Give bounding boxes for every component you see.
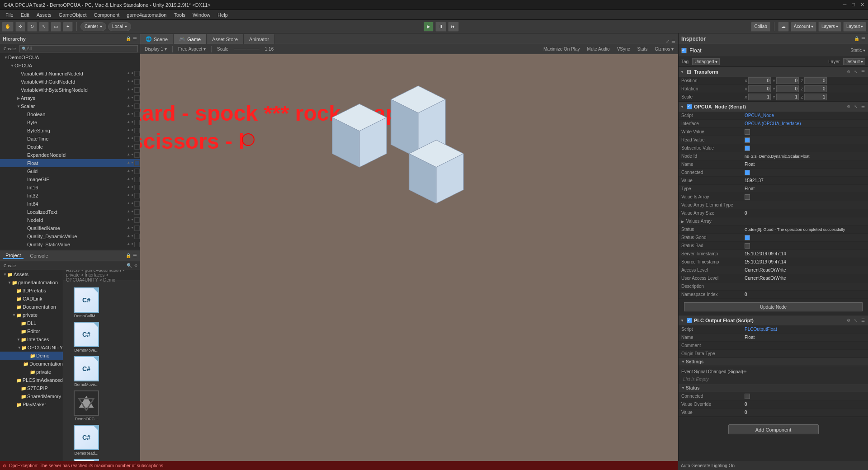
project-tree-item[interactable]: 📁PLCSimAdvanced [0, 376, 63, 384]
stats[interactable]: Stats [636, 47, 650, 52]
scale-btn[interactable]: Scale [215, 47, 230, 52]
plc-active[interactable] [687, 318, 692, 323]
project-create-btn[interactable]: Create [2, 263, 18, 268]
tree-item[interactable]: ByteString▲● [0, 127, 140, 135]
tree-item[interactable]: Quality_StaticValue▲● [0, 240, 140, 249]
tree-item[interactable]: LocalizedText▲● [0, 208, 140, 216]
plc-menu-icon[interactable]: ☰ [860, 318, 866, 323]
asset-item[interactable]: DemoOPC... [71, 390, 102, 421]
tree-item[interactable]: ExpandedNodeId▲● [0, 151, 140, 159]
project-tree-item[interactable]: 📁Editor [0, 327, 63, 335]
project-tree-item[interactable]: ▼📁OPCUA4UNITY [0, 343, 63, 352]
menu-tools[interactable]: Tools [170, 11, 189, 19]
tree-item[interactable]: VariableWithGuidNodeId▲● [0, 78, 140, 86]
project-lock[interactable]: 🔒 [126, 253, 131, 258]
tree-item[interactable]: Int16▲● [0, 183, 140, 192]
tree-item[interactable]: Int32▲● [0, 192, 140, 200]
tree-item[interactable]: ▶Arrays▲● [0, 94, 140, 102]
transform-header[interactable]: ▼ ⊞ Transform ⚙ ⤡ ☰ [679, 67, 868, 77]
project-tree-item[interactable]: 📁3DPrefabs [0, 287, 63, 295]
tree-item[interactable]: ▼Scalar▲● [0, 102, 140, 110]
tab-animator[interactable]: Animator [244, 34, 275, 44]
interface-value[interactable]: OPCUA (OPCUA_Interface) [745, 121, 865, 126]
layout-btn[interactable]: Layout ▾ [843, 22, 866, 32]
pos-x-input[interactable] [748, 77, 771, 84]
layer-dropdown[interactable]: Default ▾ [843, 58, 865, 65]
asset-item[interactable]: C#DemoMove... [71, 356, 102, 387]
asset-item[interactable]: C#DemoCallM... [71, 287, 102, 318]
tree-item[interactable]: ▼OPCUA [0, 61, 140, 70]
project-tree-item[interactable]: 📁DLL [0, 319, 63, 327]
plc-expand-icon[interactable]: ⤡ [853, 318, 859, 323]
aspect-btn[interactable]: Free Aspect ▾ [176, 47, 208, 52]
plc-header[interactable]: ▼ PLC Output Float (Script) ⚙ ⤡ ☰ [679, 315, 868, 325]
script-value[interactable]: OPCUA_Node [745, 113, 865, 118]
tree-item[interactable]: Float▲● [0, 159, 140, 167]
event-signal-add[interactable]: + [743, 368, 747, 375]
menu-edit[interactable]: Edit [17, 11, 33, 19]
tag-dropdown[interactable]: Untagged ▾ [692, 58, 719, 65]
scale-x-input[interactable] [748, 94, 771, 100]
write-value-checkbox[interactable] [745, 129, 865, 135]
settings-icon[interactable]: ⚙ [134, 263, 138, 268]
hierarchy-menu[interactable]: ☰ [133, 36, 137, 41]
pause-button[interactable]: ⏸ [435, 22, 446, 32]
scene-menu[interactable]: ☰ [671, 39, 675, 44]
tab-game[interactable]: 🎮Game [174, 34, 207, 44]
menu-window[interactable]: Window [189, 11, 214, 19]
toolbar-rect[interactable]: ▭ [51, 22, 61, 32]
tree-item[interactable]: DateTime▲● [0, 135, 140, 143]
cloud-btn[interactable]: ☁ [778, 22, 789, 32]
minimize-btn[interactable]: ─ [843, 2, 847, 8]
toolbar-move[interactable]: ✛ [15, 22, 25, 32]
tree-item[interactable]: Quality_DynamicValue▲● [0, 232, 140, 240]
tree-item[interactable]: ▼DemoOPCUA [0, 53, 140, 61]
vsync[interactable]: VSync [615, 47, 632, 52]
close-btn[interactable]: ✕ [860, 2, 864, 8]
transform-settings[interactable]: ⚙ [845, 70, 852, 74]
tab-project[interactable]: Project [3, 253, 24, 259]
plc-script-value[interactable]: PLCOutputFloat [745, 327, 865, 332]
mute-audio[interactable]: Mute Audio [585, 47, 612, 52]
step-button[interactable]: ⏭ [448, 22, 459, 32]
project-menu[interactable]: ☰ [133, 253, 137, 258]
tab-console[interactable]: Console [27, 253, 51, 258]
collab-btn[interactable]: Collab [751, 22, 770, 32]
tree-item[interactable]: Guid▲● [0, 167, 140, 175]
scale-y-input[interactable] [776, 94, 799, 100]
subscribe-value-checkbox[interactable] [745, 146, 865, 151]
asset-item[interactable]: C#DemoMove... [71, 322, 102, 352]
tree-item[interactable]: ImageGIF▲● [0, 175, 140, 183]
tab-scene[interactable]: 🌐Scene [140, 34, 174, 44]
maximize-btn[interactable]: □ [852, 2, 855, 8]
gizmos[interactable]: Gizmos ▾ [653, 47, 675, 52]
opcua-settings-icon[interactable]: ⚙ [845, 104, 852, 109]
tree-item[interactable]: Int64▲● [0, 200, 140, 208]
value-field[interactable]: 15921,37 [745, 178, 865, 183]
project-tree-item[interactable]: 📁S7TCPIP [0, 384, 63, 392]
toolbar-center-btn[interactable]: Center ▾ [80, 22, 106, 31]
opcua-expand-icon[interactable]: ⤡ [853, 104, 859, 109]
tree-item[interactable]: NodeId▲● [0, 216, 140, 224]
play-button[interactable]: ▶ [424, 22, 434, 32]
pos-z-input[interactable] [804, 77, 827, 84]
layers-btn[interactable]: Layers ▾ [818, 22, 841, 32]
tree-item[interactable]: Double▲● [0, 143, 140, 151]
project-tree-item[interactable]: ▼📁Assets [0, 270, 63, 278]
project-tree-item[interactable]: 📁Documentation [0, 303, 63, 311]
project-tree-item[interactable]: 📁Demo [0, 352, 63, 360]
hierarchy-lock[interactable]: 🔒 [126, 36, 131, 41]
project-tree-item[interactable]: ▼📁private [0, 311, 63, 319]
toolbar-rotate[interactable]: ↻ [27, 22, 37, 32]
project-tree-item[interactable]: 📁SharedMemory [0, 392, 63, 400]
toolbar-hand[interactable]: ✋ [2, 22, 14, 32]
rot-x-input[interactable] [748, 85, 771, 92]
rot-y-input[interactable] [776, 85, 799, 92]
plc-settings-icon[interactable]: ⚙ [845, 318, 852, 323]
maximize-on-play[interactable]: Maximize On Play [542, 47, 582, 52]
menu-help[interactable]: Help [214, 11, 231, 19]
tree-item[interactable]: VariableWithByteStringNodeId▲● [0, 86, 140, 94]
scale-slider[interactable]: ──────── [234, 47, 259, 52]
scene-maximize[interactable]: ⤢ [666, 39, 670, 44]
menu-component[interactable]: Component [90, 11, 123, 19]
